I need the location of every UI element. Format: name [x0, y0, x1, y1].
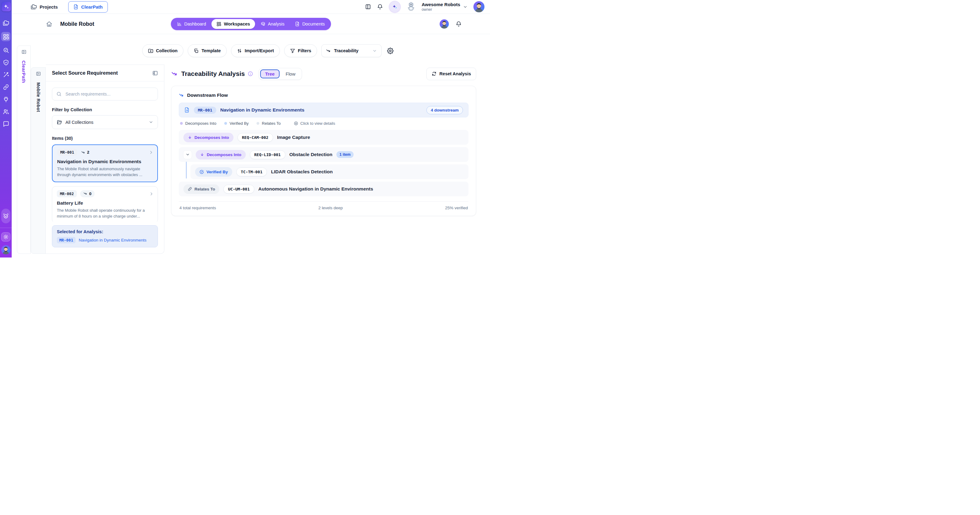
sidebar-user-avatar[interactable] [1, 245, 10, 254]
user-avatar[interactable] [473, 1, 484, 12]
link-icon [188, 187, 192, 191]
count-value: 2 [87, 150, 89, 155]
clearpath-rail-label: ClearPath [21, 61, 26, 83]
legend-label: Verified By [229, 121, 248, 126]
mobile-robot-rail-label: Mobile Robot [36, 82, 41, 112]
user-menu[interactable]: Awesome Robots owner [422, 2, 468, 12]
stat-depth: 2 levels deep [318, 206, 343, 210]
sidebar-item-team[interactable] [3, 108, 9, 115]
relation-label: Verified By [207, 170, 228, 174]
filters-button[interactable]: Filters [284, 44, 317, 57]
downstream-flow-title: Downstream Flow [187, 92, 228, 98]
tab-label: Workspaces [224, 22, 250, 26]
bell-icon [377, 4, 383, 10]
notifications-button[interactable] [377, 4, 383, 10]
legend-dot [180, 122, 183, 125]
requirement-card-mr002[interactable]: MR-002 0 Battery Life The Mobile Robot s… [52, 186, 158, 222]
requirement-description: The Mobile Robot shall operate continuou… [57, 208, 153, 219]
tree-row-uc-um-001[interactable]: Relates To UC-UM-001 Autonomous Navigati… [179, 182, 468, 196]
legend-decomposes: Decomposes Into [180, 121, 216, 126]
projects-nav[interactable]: Projects [31, 4, 58, 10]
requirement-card-mr001[interactable]: MR-001 2 Navigation in Dynamic Environme… [52, 144, 158, 182]
template-button[interactable]: Template [188, 44, 227, 57]
collection-button[interactable]: Collection [142, 44, 183, 57]
relation-pill: Decomposes Into [183, 133, 234, 142]
requirements-search[interactable] [52, 88, 158, 100]
sidebar-item-reminders[interactable] [1, 209, 10, 223]
details-hint-label: Click to view details [301, 121, 335, 126]
root-title: Navigation in Dynamic Environments [220, 107, 304, 113]
chevron-right-icon [149, 191, 154, 196]
project-header-right [440, 14, 462, 34]
theme-toggle[interactable] [1, 232, 10, 242]
grid-icon [3, 33, 9, 40]
source-panel-body: Filter by Collection All Collections Ite… [46, 81, 164, 254]
sidebar-item-links[interactable] [3, 84, 9, 90]
search-input[interactable] [65, 91, 154, 97]
traceability-label: Traceability [334, 48, 358, 53]
relation-label: Relates To [194, 187, 215, 191]
requirement-id-badge: MR-001 [57, 149, 77, 156]
home-icon[interactable] [46, 21, 52, 27]
requirement-list: MR-001 2 Navigation in Dynamic Environme… [52, 144, 158, 222]
expand-clearpath-panel-button[interactable] [20, 48, 28, 56]
arrows-up-down-icon [237, 48, 242, 53]
requirement-title: Navigation in Dynamic Environments [57, 159, 153, 164]
file-text-icon [73, 4, 79, 10]
project-notifications-button[interactable] [456, 21, 462, 27]
import-export-button[interactable]: Import/Export [231, 44, 280, 57]
sidebar-bottom [0, 209, 12, 257]
grid-icon [216, 22, 221, 26]
layers-check-icon [261, 22, 266, 26]
tree-title: Autonomous Navigation in Dynamic Environ… [258, 186, 373, 192]
legend-label: Decomposes Into [185, 121, 216, 126]
settings-button[interactable] [387, 48, 393, 54]
tree-row-req-cam-002[interactable]: Decomposes Into REQ-CAM-002 Image Captur… [179, 130, 468, 145]
sparkles-icon [392, 4, 398, 10]
sidebar-item-workspaces[interactable] [1, 32, 10, 41]
tab-dashboard[interactable]: Dashboard [172, 19, 211, 29]
legend-verified: Verified By [224, 121, 248, 126]
tab-documents[interactable]: Documents [290, 19, 329, 29]
stat-total: 4 total requirements [180, 206, 216, 210]
sidebar-item-comments[interactable] [3, 121, 9, 127]
template-label: Template [202, 48, 221, 53]
tree-row-tc-tm-001[interactable]: Verified By TC-TM-001 LIDAR Obstacles De… [191, 164, 468, 179]
app-logo[interactable] [2, 2, 11, 11]
mobile-robot-rail: Mobile Robot [31, 67, 46, 254]
tree-id-badge: REQ-CAM-002 [237, 133, 273, 142]
panel-left-icon [36, 71, 41, 76]
sidebar-item-compliance[interactable] [3, 59, 9, 66]
alarm-check-icon [3, 213, 9, 219]
panel-layout-toggle[interactable] [365, 4, 371, 10]
tab-analysis[interactable]: Analysis [256, 19, 290, 29]
ai-assistant-button[interactable] [389, 1, 401, 13]
legend-dot [256, 122, 259, 125]
relation-pill: Decomposes Into [196, 150, 246, 159]
info-icon[interactable] [248, 71, 253, 77]
root-requirement-row[interactable]: MR-001 Navigation in Dynamic Environment… [179, 103, 468, 117]
collapse-branch-button[interactable] [183, 151, 192, 159]
expand-mobile-robot-panel-button[interactable] [35, 70, 42, 77]
view-flow-button[interactable]: Flow [281, 69, 301, 78]
sidebar-item-projects[interactable] [3, 20, 9, 26]
collapse-source-panel-button[interactable] [153, 70, 158, 76]
tab-clearpath[interactable]: ClearPath [68, 1, 108, 13]
member-avatar[interactable] [440, 19, 449, 29]
traceability-select[interactable]: Traceability [321, 44, 382, 57]
reset-label: Reset Analysis [439, 71, 471, 76]
legend-label: Relates To [262, 121, 280, 126]
view-tree-button[interactable]: Tree [260, 69, 280, 78]
details-hint: Click to view details [294, 121, 335, 126]
sidebar-item-review-search[interactable] [3, 47, 9, 53]
tree-title: LIDAR Obstacles Detection [271, 169, 333, 175]
selected-title: Navigation in Dynamic Environments [79, 238, 146, 242]
reset-analysis-button[interactable]: Reset Analysis [426, 68, 476, 80]
sidebar-item-ai-tools[interactable] [3, 72, 9, 78]
sidebar-item-integrations[interactable] [3, 96, 9, 103]
project-header: Mobile Robot Dashboard Workspaces Analys… [12, 14, 490, 34]
selected-id-badge: MR-001 [57, 237, 76, 243]
collection-filter-select[interactable]: All Collections [52, 115, 158, 129]
tree-row-req-lid-001[interactable]: Decomposes Into REQ-LID-001 Obstacle Det… [179, 147, 468, 162]
tab-workspaces[interactable]: Workspaces [212, 19, 255, 29]
